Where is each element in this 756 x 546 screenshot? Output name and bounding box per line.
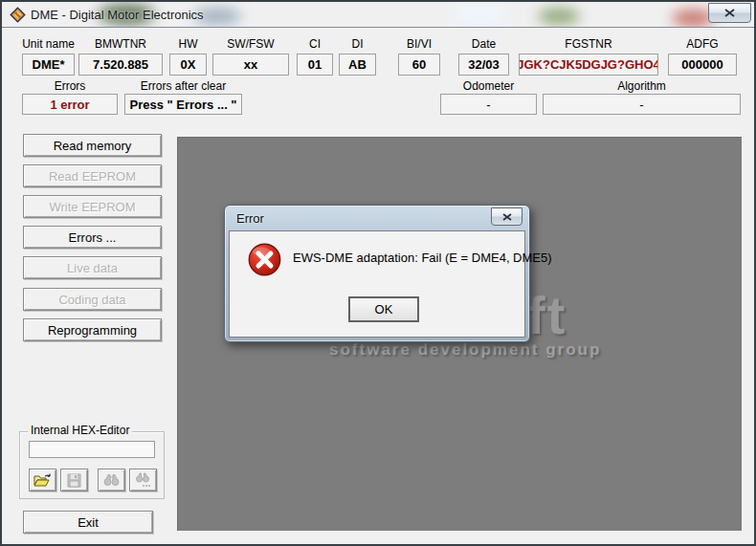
field-value: 000000 [668, 54, 737, 76]
field-ci: CI 01 [297, 54, 333, 76]
field-value: DME* [22, 54, 75, 76]
field-fgstnr: FGSTNR JGK?CJK5DGJG?GHO4 [519, 54, 658, 76]
read-memory-button[interactable]: Read memory [23, 134, 162, 157]
close-icon [724, 9, 735, 17]
field-label: Algorithm [523, 79, 756, 93]
field-label: ADFG [649, 37, 756, 51]
field-di: DI AB [339, 54, 376, 76]
coding-data-button[interactable]: Coding data [23, 288, 162, 311]
dialog-close-button[interactable] [491, 207, 523, 226]
ok-button[interactable]: OK [348, 296, 419, 322]
field-label: Errors after clear [105, 79, 261, 93]
open-file-button[interactable] [29, 469, 56, 491]
close-icon [502, 213, 512, 221]
binoculars-next-icon [135, 472, 151, 488]
field-value: 32/03 [458, 54, 509, 76]
field-value: - [440, 94, 537, 115]
app-diamond-icon [10, 7, 26, 23]
field-odometer: Odometer - [440, 94, 537, 115]
write-eeprom-button[interactable]: Write EEPROM [23, 195, 162, 218]
open-folder-icon [33, 473, 52, 488]
save-file-button[interactable] [60, 469, 88, 491]
field-bmwtnr: BMWTNR 7.520.885 [78, 54, 163, 76]
field-algorithm: Algorithm - [543, 94, 741, 115]
read-eeprom-button[interactable]: Read EEPROM [23, 164, 162, 187]
field-value: xx [212, 54, 289, 76]
field-value: 7.520.885 [78, 54, 163, 76]
hex-editor-group-label: Internal HEX-Editor [28, 424, 132, 437]
dialog-title-bar[interactable]: Error [225, 206, 529, 230]
titlebar-blur-blob [538, 8, 580, 25]
find-next-button[interactable] [129, 469, 157, 491]
hex-editor-input[interactable] [29, 441, 155, 458]
field-value: AB [339, 54, 376, 76]
errors-button[interactable]: Errors ... [23, 226, 162, 249]
dialog-content: EWS-DME adaptation: Fail (E = DME4, DME5… [229, 230, 525, 338]
field-errors: Errors 1 error [22, 94, 118, 115]
dialog-title: Error [236, 211, 264, 226]
reprogramming-button[interactable]: Reprogramming [23, 318, 162, 341]
field-sw-fsw: SW/FSW xx [212, 54, 289, 76]
watermark-logo-text: ft [527, 289, 567, 342]
field-errors-after-clear: Errors after clear Press " Errors ... " [124, 94, 242, 115]
field-bi-vi: BI/VI 60 [398, 54, 440, 76]
field-hw: HW 0X [169, 54, 207, 76]
titlebar-blur-blob [452, 2, 509, 27]
field-value: Press " Errors ... " [124, 94, 242, 115]
field-value: 01 [297, 54, 333, 76]
error-icon [248, 243, 281, 276]
field-adfg: ADFG 000000 [668, 54, 737, 76]
field-value: JGK?CJK5DGJG?GHO4 [519, 54, 658, 76]
field-value: 1 error [22, 94, 118, 115]
binoculars-icon [103, 473, 120, 487]
error-dialog: Error [224, 205, 530, 342]
window-title: DME - Digital Motor Electronics [31, 8, 204, 22]
find-button[interactable] [98, 469, 125, 491]
field-date: Date 32/03 [458, 54, 509, 76]
dialog-message: EWS-DME adaptation: Fail (E = DME4, DME5… [293, 251, 552, 265]
exit-button[interactable]: Exit [23, 511, 153, 534]
field-unit-name: Unit name DME* [22, 54, 75, 76]
watermark-tagline: software development group [329, 340, 573, 360]
field-value: 60 [398, 54, 440, 76]
title-bar[interactable]: DME - Digital Motor Electronics [2, 2, 754, 28]
dme-application-window: DME - Digital Motor Electronics Unit nam… [0, 0, 756, 546]
window-close-button[interactable] [708, 3, 751, 23]
field-value: 0X [169, 54, 207, 76]
floppy-disk-icon [67, 473, 81, 488]
field-value: - [543, 94, 741, 115]
live-data-button[interactable]: Live data [23, 256, 162, 279]
